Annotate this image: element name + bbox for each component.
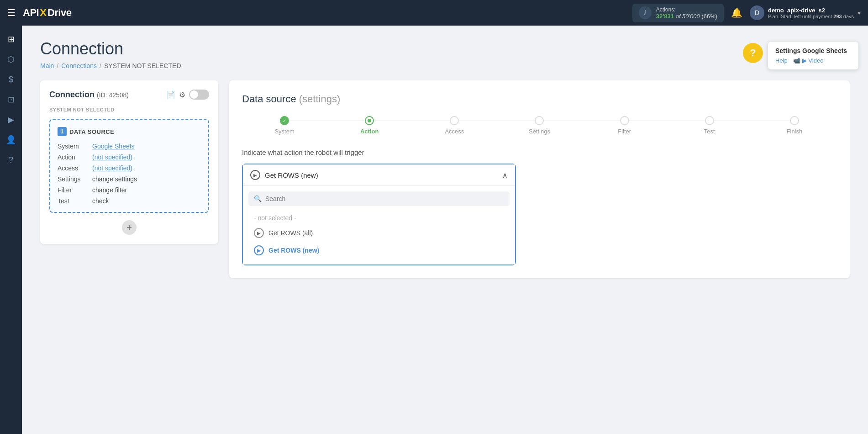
sidebar-item-home[interactable]: ⊞ xyxy=(2,30,20,48)
sidebar-item-dashboard[interactable]: ⬡ xyxy=(2,50,20,69)
video-icon: 📹 xyxy=(793,57,800,64)
row-value-settings: change settings xyxy=(92,175,137,183)
dropdown-selected-text: Get ROWS (new) xyxy=(265,171,318,179)
dropdown-option-all[interactable]: ▶ Get ROWS (all) xyxy=(248,224,510,242)
step-label-settings: Settings xyxy=(529,128,550,135)
datasource-row-action: Action (not specified) xyxy=(58,153,201,161)
step-circle-action xyxy=(365,116,374,125)
dropdown-selected[interactable]: ▶ Get ROWS (new) ∧ xyxy=(243,164,515,185)
chevron-up-icon: ∧ xyxy=(502,171,508,180)
avatar: D xyxy=(750,5,764,20)
logo[interactable]: APIXDrive xyxy=(23,7,71,19)
step-circle-access xyxy=(450,116,459,125)
actions-count: 32'831 of 50'000 (66%) xyxy=(656,13,717,20)
dropdown-selected-left: ▶ Get ROWS (new) xyxy=(250,170,318,180)
steps-bar: ✓ System Action Access Settings xyxy=(242,116,837,135)
step-system[interactable]: ✓ System xyxy=(242,116,327,135)
step-finish[interactable]: Finish xyxy=(752,116,837,135)
chevron-down-icon[interactable]: ▾ xyxy=(857,9,861,16)
left-card: Connection (ID: 42508) 📄 ⚙ SYSTEM NOT SE… xyxy=(40,80,218,244)
video-label: ▶ Video xyxy=(802,57,824,64)
doc-icon[interactable]: 📄 xyxy=(166,90,175,99)
sidebar: ⊞ ⬡ $ ⊡ ▶ 👤 ? xyxy=(0,26,22,434)
add-connection-button[interactable]: + xyxy=(122,220,137,235)
sidebar-item-billing[interactable]: $ xyxy=(2,70,20,89)
logo-text: API xyxy=(23,7,39,19)
breadcrumb-sep-1: / xyxy=(57,62,58,69)
search-input[interactable] xyxy=(265,195,504,202)
datasource-header: 1 DATA SOURCE xyxy=(58,127,201,136)
step-circle-filter xyxy=(620,116,629,125)
breadcrumb-sep-2: / xyxy=(100,62,101,69)
cards-layout: Connection (ID: 42508) 📄 ⚙ SYSTEM NOT SE… xyxy=(40,80,850,278)
breadcrumb-connections[interactable]: Connections xyxy=(61,62,97,69)
sidebar-item-media[interactable]: ▶ xyxy=(2,111,20,129)
step-label-test: Test xyxy=(704,128,715,135)
video-link[interactable]: 📹 ▶ Video xyxy=(793,57,824,64)
dropdown-option-new[interactable]: ▶ Get ROWS (new) xyxy=(248,242,510,259)
help-link[interactable]: Help xyxy=(775,57,788,64)
datasource-row-access: Access (not specified) xyxy=(58,164,201,172)
card-header: Connection (ID: 42508) 📄 ⚙ xyxy=(49,90,209,100)
datasource-title: DATA SOURCE xyxy=(69,128,114,135)
connection-id: (ID: 42508) xyxy=(97,91,129,99)
play-icon-new: ▶ xyxy=(254,245,264,255)
row-value-system[interactable]: Google Sheets xyxy=(92,143,135,150)
help-circle-button[interactable]: ? xyxy=(743,43,763,63)
card-actions: 📄 ⚙ xyxy=(166,90,209,100)
step-label-finish: Finish xyxy=(787,128,803,135)
user-plan: Plan |Start| left until payment 293 days xyxy=(768,14,854,19)
dropdown-option-all-label: Get ROWS (all) xyxy=(268,229,313,237)
help-widget: ? Settings Google Sheets Help 📹 ▶ Video xyxy=(743,41,859,70)
datasource-box: 1 DATA SOURCE System Google Sheets Actio… xyxy=(49,119,209,213)
step-filter[interactable]: Filter xyxy=(582,116,667,135)
breadcrumb-main[interactable]: Main xyxy=(40,62,54,69)
step-action[interactable]: Action xyxy=(327,116,412,135)
help-links: Help 📹 ▶ Video xyxy=(775,57,851,64)
user-details: demo_apix-drive_s2 Plan |Start| left unt… xyxy=(768,7,854,19)
sidebar-item-help[interactable]: ? xyxy=(2,151,20,169)
datasource-row-system: System Google Sheets xyxy=(58,143,201,150)
step-settings[interactable]: Settings xyxy=(497,116,582,135)
actions-badge: i Actions: 32'831 of 50'000 (66%) xyxy=(632,4,724,22)
step-label-system: System xyxy=(274,128,294,135)
toggle-switch[interactable] xyxy=(189,90,209,100)
step-label-access: Access xyxy=(445,128,464,135)
search-box: 🔍 xyxy=(248,191,510,206)
step-circle-system: ✓ xyxy=(280,116,289,125)
step-line-5 xyxy=(625,121,710,121)
row-label-access: Access xyxy=(58,164,85,172)
right-card: Data source (settings) ✓ System Action xyxy=(229,80,850,278)
bell-icon[interactable]: 🔔 xyxy=(731,7,742,18)
right-card-subtitle: (settings) xyxy=(299,93,340,105)
row-value-access[interactable]: (not specified) xyxy=(92,164,132,172)
step-circle-finish xyxy=(790,116,799,125)
logo-x: X xyxy=(40,7,47,19)
sidebar-item-user[interactable]: 👤 xyxy=(2,131,20,149)
step-line-2 xyxy=(369,121,454,121)
right-card-title-text: Data source xyxy=(242,93,296,105)
system-not-selected-label: SYSTEM NOT SELECTED xyxy=(49,107,209,112)
breadcrumb: Main / Connections / SYSTEM NOT SELECTED xyxy=(40,62,850,69)
logo-drive: Drive xyxy=(47,7,72,19)
play-icon: ▶ xyxy=(250,170,260,180)
step-test[interactable]: Test xyxy=(667,116,752,135)
action-prompt: Indicate what action the robot will trig… xyxy=(242,148,837,156)
user-info[interactable]: D demo_apix-drive_s2 Plan |Start| left u… xyxy=(750,5,861,20)
page-title: Connection xyxy=(40,39,850,58)
card-title-text: Connection (ID: 42508) xyxy=(49,90,129,100)
step-line-1 xyxy=(284,121,369,121)
gear-icon[interactable]: ⚙ xyxy=(179,90,185,99)
breadcrumb-current: SYSTEM NOT SELECTED xyxy=(104,62,181,69)
row-value-action[interactable]: (not specified) xyxy=(92,153,132,161)
hamburger-menu[interactable]: ☰ xyxy=(7,7,16,18)
search-icon: 🔍 xyxy=(254,195,262,202)
action-dropdown[interactable]: ▶ Get ROWS (new) ∧ 🔍 - not selected - ▶ … xyxy=(242,164,516,265)
sidebar-item-connections[interactable]: ⊡ xyxy=(2,90,20,109)
not-selected-option[interactable]: - not selected - xyxy=(248,212,510,224)
actions-pct: (66%) xyxy=(701,13,717,20)
info-icon: i xyxy=(639,6,652,19)
step-access[interactable]: Access xyxy=(412,116,497,135)
step-circle-test xyxy=(705,116,714,125)
row-label-action: Action xyxy=(58,153,85,161)
